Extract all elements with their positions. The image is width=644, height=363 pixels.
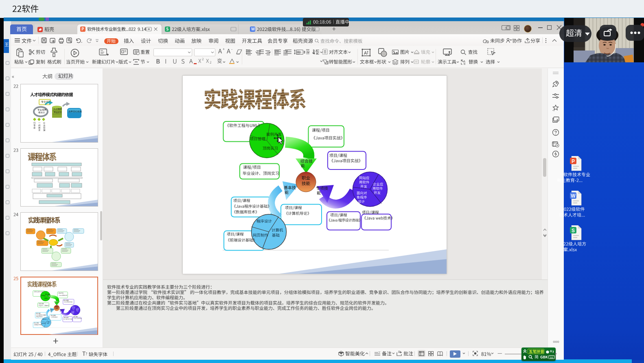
svg-text:A: A — [364, 51, 367, 55]
svg-text:W: W — [571, 193, 576, 199]
svg-text:B: B — [464, 62, 465, 65]
svg-text:3: 3 — [505, 26, 507, 30]
svg-text:P: P — [572, 158, 575, 164]
svg-text:S: S — [572, 228, 575, 233]
